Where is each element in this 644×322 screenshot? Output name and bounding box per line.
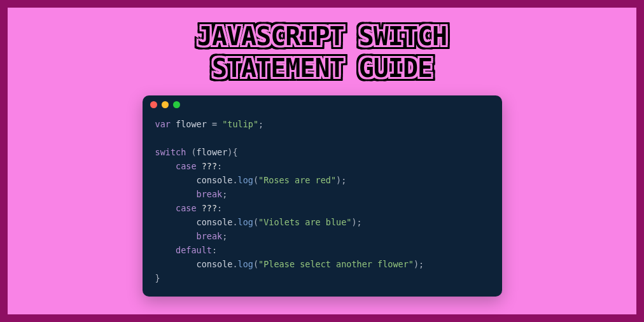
- code-editor-window: var flower = "tulip"; switch (flower){ c…: [143, 95, 502, 297]
- keyword-var: var: [155, 119, 171, 129]
- keyword-break: break: [197, 231, 223, 241]
- method-log: log: [238, 175, 253, 185]
- keyword-case: case: [176, 161, 197, 171]
- keyword-default: default: [176, 245, 212, 255]
- placeholder: ???: [197, 203, 218, 213]
- code-block: var flower = "tulip"; switch (flower){ c…: [143, 113, 502, 297]
- keyword-case: case: [176, 203, 197, 213]
- string-literal: "tulip": [222, 119, 258, 129]
- string-literal: "Please select another flower": [258, 259, 414, 269]
- maximize-icon: [173, 101, 180, 108]
- placeholder: ???: [197, 161, 218, 171]
- window-titlebar: [143, 95, 502, 113]
- close-icon: [150, 101, 157, 108]
- keyword-break: break: [197, 189, 223, 199]
- title-line-2: Statement Guide: [212, 53, 432, 83]
- keyword-switch: switch: [155, 147, 186, 157]
- title-line-1: JavaScript Switch: [197, 22, 447, 51]
- string-literal: "Roses are red": [258, 175, 336, 185]
- string-literal: "Violets are blue": [258, 217, 351, 227]
- page-container: JavaScript Switch Statement Guide var fl…: [8, 8, 636, 314]
- page-title: JavaScript Switch Statement Guide: [197, 20, 447, 84]
- minimize-icon: [162, 101, 169, 108]
- variable-name: flower: [176, 119, 207, 129]
